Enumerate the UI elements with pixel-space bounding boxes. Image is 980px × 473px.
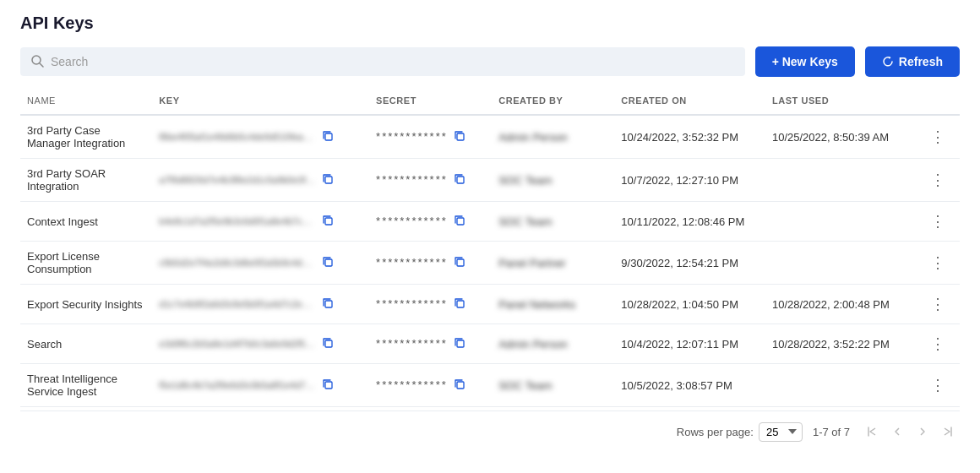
row-created-by-1: SOC Team (492, 159, 614, 202)
refresh-icon (882, 56, 894, 68)
row-name-1: 3rd Party SOAR Integration (20, 159, 152, 202)
first-page-icon (867, 427, 877, 437)
svg-rect-10 (325, 301, 332, 307)
row-created-by-2: SOC Team (492, 202, 614, 242)
row-created-by-3: Panel Partner (492, 242, 614, 285)
copy-secret-button-2[interactable] (450, 213, 469, 231)
row-secret-6: ************ (369, 364, 492, 407)
row-name-6: Threat Intelligence Service Ingest (20, 364, 152, 407)
rows-per-page-container: Rows per page: 25 10 50 100 (677, 422, 803, 442)
copy-key-button-0[interactable] (318, 128, 337, 146)
copy-key-button-5[interactable] (318, 335, 337, 353)
copy-secret-button-0[interactable] (450, 128, 469, 146)
row-menu-button-5[interactable]: ⋮ (925, 333, 950, 355)
row-name-4: Export Security Insights (20, 285, 152, 324)
row-key-0: f8be4f05af1e48d6b5c4de9d510feae5a (152, 115, 369, 159)
row-actions-4: ⋮ (917, 285, 960, 324)
row-menu-button-4[interactable]: ⋮ (925, 293, 950, 315)
copy-secret-button-5[interactable] (450, 335, 469, 353)
row-actions-1: ⋮ (917, 159, 960, 202)
next-page-button[interactable] (911, 420, 934, 443)
row-key-6: f5e1d8c4b7a2f9e6d3c0b5a8f1e4d7c2b (152, 364, 369, 407)
header-name: NAME (20, 87, 152, 115)
row-menu-button-3[interactable]: ⋮ (925, 252, 950, 274)
row-actions-3: ⋮ (917, 242, 960, 285)
copy-secret-button-1[interactable] (450, 171, 469, 189)
row-created-on-6: 10/5/2022, 3:08:57 PM (614, 364, 765, 407)
row-key-4: d1c7e4b9f2a6d3c8e5b0f1a4d7c2e9b6f (152, 285, 369, 324)
row-actions-5: ⋮ (917, 324, 960, 364)
row-created-by-4: Panel Networks (492, 285, 614, 324)
svg-rect-9 (457, 259, 464, 266)
key-value-1: a7f9d8826d7e4b3f8e2d1c5a9b0e3f6d2 (159, 175, 315, 185)
pagination-buttons (860, 420, 960, 443)
table-row: Threat Intelligence Service Ingest f5e1d… (20, 364, 960, 407)
copy-key-button-3[interactable] (318, 254, 337, 272)
copy-key-button-4[interactable] (318, 296, 337, 313)
table-row: 3rd Party SOAR Integration a7f9d8826d7e4… (20, 159, 960, 202)
svg-rect-14 (325, 382, 332, 389)
svg-rect-6 (325, 218, 332, 225)
row-name-0: 3rd Party Case Manager Integration (20, 115, 152, 159)
svg-rect-4 (325, 177, 332, 183)
next-page-icon (918, 427, 927, 436)
row-created-on-4: 10/28/2022, 1:04:50 PM (614, 285, 765, 324)
svg-rect-7 (457, 218, 464, 225)
svg-rect-2 (325, 133, 332, 140)
refresh-button[interactable]: Refresh (865, 46, 960, 77)
row-created-by-5: Admin Person (492, 324, 614, 364)
header-created-by: CREATED BY (492, 87, 614, 115)
last-page-icon (943, 427, 953, 437)
copy-secret-button-3[interactable] (450, 254, 469, 272)
key-value-4: d1c7e4b9f2a6d3c8e5b0f1a4d7c2e9b6f (159, 299, 315, 309)
row-actions-6: ⋮ (917, 364, 960, 407)
row-last-used-1 (765, 159, 917, 202)
row-last-used-0: 10/25/2022, 8:50:39 AM (765, 115, 917, 159)
table-header: NAME KEY SECRET CREATED BY CREATED ON LA… (20, 87, 960, 115)
svg-line-1 (40, 63, 43, 67)
svg-rect-11 (457, 301, 464, 307)
copy-key-button-6[interactable] (318, 377, 337, 394)
svg-rect-8 (325, 259, 332, 266)
row-key-5: e3d9f6c2b5a8e1d4f7b0c3a6e9d2f5b8c (152, 324, 369, 364)
row-menu-button-2[interactable]: ⋮ (925, 210, 950, 232)
svg-rect-3 (457, 133, 464, 140)
row-secret-5: ************ (369, 324, 492, 364)
row-created-by-6: SOC Team (492, 364, 614, 407)
row-secret-3: ************ (369, 242, 492, 285)
row-created-on-5: 10/4/2022, 12:07:11 PM (614, 324, 765, 364)
row-created-on-1: 10/7/2022, 12:27:10 PM (614, 159, 765, 202)
prev-page-button[interactable] (885, 420, 909, 443)
row-name-3: Export License Consumption (20, 242, 152, 285)
key-value-0: f8be4f05af1e48d6b5c4de9d510feae5a (159, 132, 315, 142)
row-secret-0: ************ (369, 115, 492, 159)
row-menu-button-0[interactable]: ⋮ (925, 126, 950, 148)
copy-secret-button-6[interactable] (450, 377, 469, 394)
last-page-button[interactable] (936, 420, 960, 443)
row-last-used-5: 10/28/2022, 3:52:22 PM (765, 324, 917, 364)
toolbar: + New Keys Refresh (20, 46, 960, 77)
api-keys-table: NAME KEY SECRET CREATED BY CREATED ON LA… (20, 87, 960, 407)
prev-page-icon (893, 427, 901, 436)
row-menu-button-1[interactable]: ⋮ (925, 169, 950, 191)
page-title: API Keys (20, 14, 960, 33)
first-page-button[interactable] (860, 420, 884, 443)
row-actions-2: ⋮ (917, 202, 960, 242)
row-menu-button-6[interactable]: ⋮ (925, 374, 950, 396)
svg-rect-15 (457, 382, 464, 389)
row-key-2: b4e8c1d7a2f5e9b3c6d0f1a8e4b7c2d5f (152, 202, 369, 242)
search-container (20, 47, 745, 76)
row-last-used-4: 10/28/2022, 2:00:48 PM (765, 285, 917, 324)
row-secret-1: ************ (369, 159, 492, 202)
header-last-used: LAST USED (765, 87, 917, 115)
pagination-info: 1-7 of 7 (813, 426, 850, 438)
search-input[interactable] (20, 47, 745, 76)
copy-key-button-2[interactable] (318, 213, 337, 231)
table-row: Context Ingest b4e8c1d7a2f5e9b3c6d0f1a8e… (20, 202, 960, 242)
copy-key-button-1[interactable] (318, 171, 337, 189)
rows-per-page-select[interactable]: 25 10 50 100 (759, 422, 803, 442)
copy-secret-button-4[interactable] (450, 296, 469, 313)
search-icon (30, 54, 44, 70)
new-keys-button[interactable]: + New Keys (755, 46, 855, 77)
row-key-3: c9b5d2e7f4a1b8c3d6e0f2a5b9c4d1e8f (152, 242, 369, 285)
